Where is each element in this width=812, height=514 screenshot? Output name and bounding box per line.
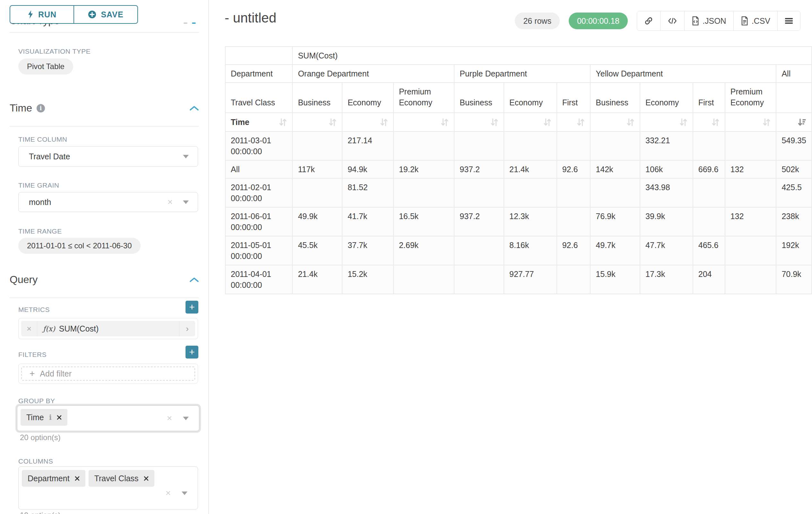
time-column-select[interactable]: Travel Date — [18, 146, 198, 167]
collapse-chevron-icon[interactable] — [190, 105, 199, 111]
divider — [10, 126, 199, 127]
lightning-icon — [27, 10, 34, 19]
time-grain-select[interactable]: month × — [18, 192, 198, 212]
export-csv-button[interactable]: .CSV — [734, 11, 778, 30]
value-cell: 81.52 — [342, 178, 394, 207]
column-group-header-cell: Yellow Department — [590, 64, 776, 83]
remove-metric-icon[interactable]: × — [21, 321, 37, 336]
superset-explore-screen: Chart Type RUN SAVE VISUALIZATION TYPE P… — [0, 0, 812, 514]
value-cell: 49.7k — [590, 236, 640, 265]
sort-header-cell — [557, 113, 590, 131]
sort-header-cell — [725, 113, 776, 131]
run-save-button-group: RUN SAVE — [10, 5, 138, 24]
add-filter-button[interactable]: + Add filter — [21, 367, 195, 381]
menu-button[interactable] — [778, 11, 800, 30]
time-grain-label: TIME GRAIN — [18, 182, 59, 189]
value-cell — [292, 131, 342, 160]
travel-class-header-cell: Business — [590, 83, 640, 113]
value-cell: 238k — [776, 207, 812, 236]
clear-icon[interactable]: × — [168, 197, 173, 207]
value-cell: 49.9k — [292, 207, 342, 236]
value-cell: 465.6 — [693, 236, 725, 265]
remove-icon[interactable] — [144, 476, 149, 481]
sort-header-cell — [504, 113, 557, 131]
sort-icon[interactable] — [679, 118, 688, 127]
embed-code-button[interactable] — [661, 11, 685, 30]
divider — [10, 32, 199, 33]
run-button[interactable]: RUN — [10, 5, 74, 24]
export-csv-label: .CSV — [752, 17, 770, 26]
value-cell: 47.7k — [640, 236, 693, 265]
value-cell: 937.2 — [454, 160, 504, 178]
row-header-cell: 2011-02-01 00:00:00 — [225, 178, 292, 207]
time-column-value: Travel Date — [19, 152, 70, 161]
sort-icon[interactable] — [627, 118, 635, 127]
value-cell — [557, 131, 590, 160]
pivot-table: SUM(Cost)DepartmentOrange DepartmentPurp… — [225, 46, 812, 294]
visualization-type-value[interactable]: Pivot Table — [18, 58, 73, 75]
value-cell: 15.2k — [342, 265, 394, 294]
caret-down-icon — [183, 200, 189, 204]
sort-icon[interactable] — [762, 118, 771, 127]
travel-class-header-cell: First — [693, 83, 725, 113]
value-cell: 92.6 — [557, 160, 590, 178]
export-json-button[interactable]: .JSON — [685, 11, 734, 30]
metrics-container: × ƒ(x) SUM(Cost) › — [18, 318, 198, 339]
sort-icon[interactable] — [380, 118, 388, 127]
query-section-title: Query — [10, 274, 37, 286]
expand-metric-chevron-icon[interactable]: › — [179, 321, 195, 336]
csv-file-icon — [741, 17, 749, 25]
run-button-label: RUN — [38, 10, 57, 19]
group-by-select[interactable]: Timei × — [17, 405, 199, 431]
sort-icon[interactable] — [712, 118, 720, 127]
chart-title[interactable]: - untitled — [225, 10, 276, 26]
sort-icon[interactable] — [279, 118, 287, 127]
export-button-group: .JSON .CSV — [637, 11, 801, 31]
columns-select[interactable]: DepartmentTravel Class × — [18, 466, 198, 510]
sort-icon[interactable] — [441, 118, 449, 127]
pivot-table-container: SUM(Cost)DepartmentOrange DepartmentPurp… — [225, 46, 812, 294]
clear-icon[interactable]: × — [167, 414, 172, 423]
add-metric-button[interactable]: + — [185, 301, 198, 314]
travel-class-header-cell: Premium Economy — [725, 83, 776, 113]
value-cell — [725, 178, 776, 207]
sort-icon[interactable] — [577, 118, 585, 127]
sort-header-cell — [693, 113, 725, 131]
sort-icon[interactable] — [490, 118, 498, 127]
plus-icon: + — [30, 369, 35, 379]
row-dimension-label: Time — [231, 117, 250, 128]
sort-icon[interactable] — [543, 118, 551, 127]
value-cell: 927.77 — [504, 265, 557, 294]
pill-label: Department — [28, 474, 70, 483]
column-axis-label-cell: Department — [225, 64, 292, 83]
time-range-value[interactable]: 2011-01-01 ≤ col < 2011-06-30 — [18, 238, 141, 254]
value-cell — [292, 178, 342, 207]
copy-link-button[interactable] — [637, 11, 661, 30]
clear-icon[interactable]: × — [166, 489, 171, 497]
metric-pill[interactable]: × ƒ(x) SUM(Cost) › — [21, 321, 195, 336]
value-cell: 332.21 — [640, 131, 693, 160]
value-cell — [557, 265, 590, 294]
value-cell — [454, 131, 504, 160]
value-cell: 21.4k — [292, 265, 342, 294]
sort-descending-active-icon[interactable] — [798, 118, 806, 127]
sort-header-cell — [640, 113, 693, 131]
travel-class-header-cell — [776, 83, 812, 113]
metric-body[interactable]: ƒ(x) SUM(Cost) — [37, 321, 179, 336]
remove-icon[interactable] — [57, 415, 62, 420]
sort-header-cell — [590, 113, 640, 131]
value-cell — [504, 131, 557, 160]
export-json-label: .JSON — [702, 17, 726, 26]
add-filter-plus-button[interactable]: + — [185, 346, 198, 358]
sort-icon[interactable] — [329, 118, 337, 127]
sort-header-cell — [342, 113, 394, 131]
query-section-header: Query — [10, 274, 199, 286]
save-button-label: SAVE — [101, 10, 123, 19]
travel-class-header-cell: Business — [454, 83, 504, 113]
save-button[interactable]: SAVE — [74, 5, 138, 24]
remove-icon[interactable] — [75, 476, 80, 481]
selected-value-pill: Department — [22, 470, 85, 487]
add-filter-label: Add filter — [40, 369, 71, 378]
collapse-chevron-icon[interactable] — [190, 277, 199, 283]
value-cell: 937.2 — [454, 207, 504, 236]
